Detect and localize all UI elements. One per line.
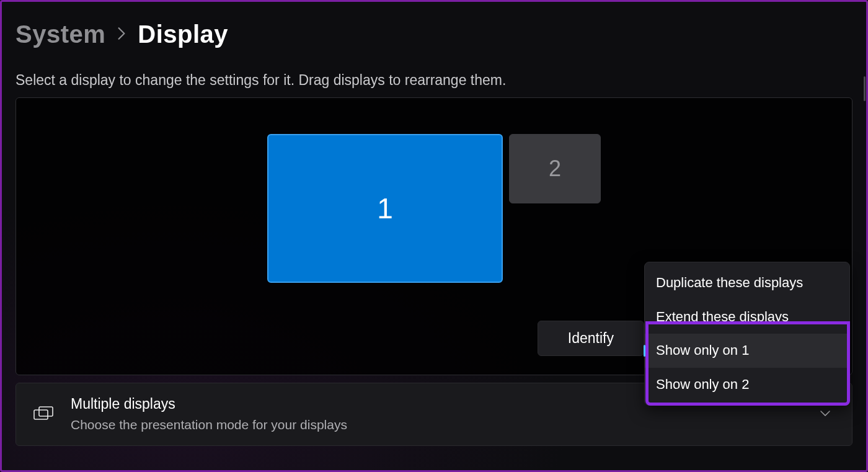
projection-mode-dropdown[interactable]: Duplicate these displays Extend these di… <box>644 262 850 406</box>
chevron-right-icon <box>117 27 126 44</box>
display-arrangement-area[interactable]: 1 2 Identify Duplicate these displays Ex… <box>16 97 852 375</box>
svg-rect-1 <box>39 407 53 416</box>
dropdown-item-show-only-1[interactable]: Show only on 1 <box>645 334 849 367</box>
display-tile-1[interactable]: 1 <box>267 134 503 283</box>
instruction-text: Select a display to change the settings … <box>16 72 852 89</box>
multiple-displays-subtitle: Choose the presentation mode for your di… <box>71 416 347 433</box>
scrollbar[interactable] <box>864 76 866 101</box>
identify-button[interactable]: Identify <box>538 321 644 356</box>
breadcrumb: System Display <box>16 20 852 48</box>
multiple-displays-text: Multiple displays Choose the presentatio… <box>71 395 347 433</box>
dropdown-item-show-only-2[interactable]: Show only on 2 <box>645 368 849 401</box>
breadcrumb-current: Display <box>138 20 228 48</box>
display-tile-2[interactable]: 2 <box>509 134 601 203</box>
chevron-down-icon[interactable] <box>820 409 831 420</box>
settings-display-page: System Display Select a display to chang… <box>0 0 868 472</box>
svg-rect-0 <box>34 410 48 419</box>
multiple-displays-title: Multiple displays <box>71 395 347 414</box>
dropdown-item-extend[interactable]: Extend these displays <box>645 300 849 334</box>
breadcrumb-parent[interactable]: System <box>16 20 105 48</box>
dropdown-item-duplicate[interactable]: Duplicate these displays <box>645 266 849 300</box>
displays-icon <box>33 406 53 422</box>
